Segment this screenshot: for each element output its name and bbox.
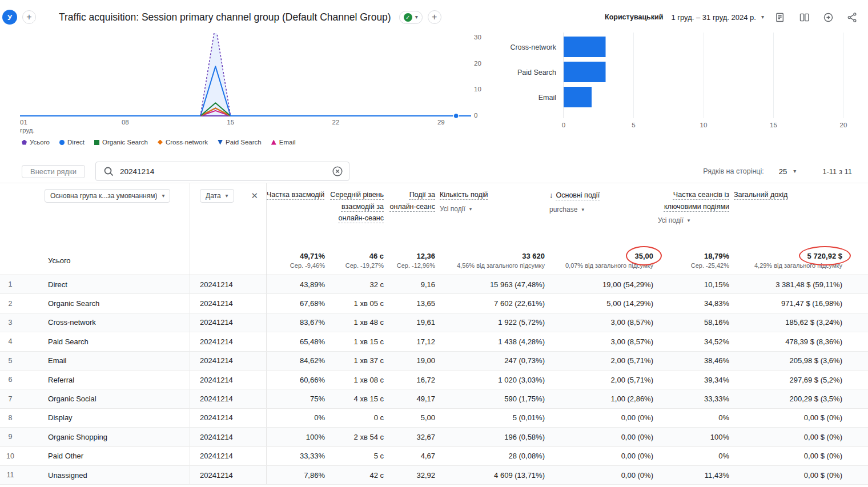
metric-value-cell: 5,00 xyxy=(388,409,440,427)
channel-name-cell: Paid Other xyxy=(21,447,190,465)
table-row[interactable]: 10Paid Other2024121433,33%5 с4,6728 (0,0… xyxy=(0,447,868,466)
search-input[interactable] xyxy=(120,167,332,176)
date-cell: 20241214 xyxy=(190,389,267,408)
svg-text:10: 10 xyxy=(700,122,708,128)
table-row[interactable]: 6Referral2024121460,66%1 хв 08 с16,721 0… xyxy=(0,371,868,389)
metric-value-cell: 5 с xyxy=(329,447,388,465)
metric-value-cell: 971,47 $ (16,98%) xyxy=(734,294,868,312)
charts-section: 0102030 01груд.08152229 УсьогоDirectOrga… xyxy=(0,31,868,163)
primary-dimension-label: Основна група к...за умовчанням) xyxy=(50,192,157,200)
y-tick-label: 30 xyxy=(474,34,481,41)
rows-per-page-select[interactable]: 25 ▾ xyxy=(779,167,797,176)
line-chart-x-axis: 01груд.08152229 xyxy=(20,119,477,138)
legend-item[interactable]: Paid Search xyxy=(218,139,262,146)
column-filter-dropdown[interactable]: Усі події▾ xyxy=(440,205,472,213)
channel-name-cell: Email xyxy=(21,352,190,370)
metric-value-cell: 10,15% xyxy=(658,275,734,293)
search-box[interactable] xyxy=(95,162,349,181)
metric-value-cell: 83,67% xyxy=(267,313,329,332)
secondary-dimension-selector[interactable]: Дата ▾ xyxy=(200,189,234,203)
metric-value-cell: 19,61 xyxy=(388,313,440,332)
metric-value-cell: 33,33% xyxy=(658,389,734,408)
primary-dimension-selector[interactable]: Основна група к...за умовчанням) ▾ xyxy=(45,189,170,203)
table-row[interactable]: 7Organic Social2024121475%4 хв 15 с49,17… xyxy=(0,389,868,408)
table-row[interactable]: 4Paid Search2024121465,48%1 хв 15 с17,12… xyxy=(0,332,868,351)
row-number: 10 xyxy=(0,447,21,465)
data-table: Основна група к...за умовчанням) ▾ Дата … xyxy=(0,183,868,487)
table-row[interactable]: 8Display202412140%0 с5,005 (0,01%)0,00 (… xyxy=(0,409,868,428)
svg-text:Paid Search: Paid Search xyxy=(517,69,556,77)
date-cell: 20241214 xyxy=(190,466,267,484)
date-range-selector[interactable]: 1 груд. – 31 груд. 2024 р. ▾ xyxy=(671,13,764,22)
table-row[interactable]: 1Direct2024121443,89%32 с9,1615 963 (47,… xyxy=(0,275,868,294)
totals-value: 12,36 xyxy=(416,252,435,260)
metric-value-cell: 3 381,48 $ (59,11%) xyxy=(734,275,868,293)
column-header-1[interactable]: Частка взаємодій xyxy=(267,183,329,246)
legend-item[interactable]: Cross-network xyxy=(158,139,208,146)
table-row[interactable]: 11Unassigned202412147,86%42 с32,924 609 … xyxy=(0,466,868,485)
column-header-6[interactable]: Частка сеансів із ключовими подіямиУсі п… xyxy=(658,183,734,246)
bar-chart-wrap: 05101520Cross-networkPaid SearchEmail xyxy=(491,31,868,134)
totals-subvalue: 4,56% від загального підсумку xyxy=(457,262,545,269)
legend-item[interactable]: Direct xyxy=(59,139,85,146)
report-saved-badge[interactable]: ✓ ▾ xyxy=(399,11,423,24)
table-row[interactable]: 5Email2024121484,62%1 хв 37 с19,00247 (0… xyxy=(0,352,868,371)
metric-value-cell: 0,00 $ (0%) xyxy=(734,409,868,427)
table-row[interactable]: 2Organic Search2024121467,68%1 хв 05 с13… xyxy=(0,294,868,313)
clear-search-icon[interactable] xyxy=(332,166,343,177)
table-row[interactable]: 9Organic Shopping20241214100%2 хв 54 с32… xyxy=(0,428,868,446)
chevron-down-icon: ▾ xyxy=(162,193,164,199)
add-comparison-icon[interactable]: + xyxy=(428,10,441,24)
column-header-2[interactable]: Середній рівень взаємодій за онлайн-сеан… xyxy=(329,183,388,246)
y-tick-label: 10 xyxy=(474,86,481,92)
insights-icon[interactable] xyxy=(820,9,836,25)
sort-descending-icon: ↓ xyxy=(549,189,553,201)
metric-value-cell: 34,83% xyxy=(658,294,734,312)
columns-icon[interactable] xyxy=(796,9,812,25)
share-icon[interactable] xyxy=(844,9,860,25)
add-icon[interactable]: + xyxy=(22,10,36,24)
legend-label: Email xyxy=(279,139,296,146)
metric-value-cell: 0% xyxy=(267,409,329,427)
table-row[interactable]: 3Cross-network2024121483,67%1 хв 48 с19,… xyxy=(0,313,868,332)
column-header-7[interactable]: Загальний дохід xyxy=(734,183,868,246)
chevron-down-icon: ▾ xyxy=(415,14,418,20)
svg-text:15: 15 xyxy=(770,122,777,128)
metric-value-cell: 2,00 (5,71%) xyxy=(549,352,658,370)
chart-legend: УсьогоDirectOrganic SearchCross-networkP… xyxy=(22,139,296,146)
column-label: Кількість подій xyxy=(440,191,488,199)
totals-cell: 35,000,07% від загального підсумку xyxy=(549,246,658,275)
legend-label: Усього xyxy=(30,139,50,146)
totals-date-cell xyxy=(190,246,267,275)
user-avatar[interactable]: У xyxy=(2,10,17,25)
top-bar: У + Traffic acquisition: Session primary… xyxy=(0,0,868,34)
totals-cell: 33 6204,56% від загального підсумку xyxy=(440,246,549,275)
totals-value: 46 с xyxy=(369,252,384,260)
legend-item[interactable]: Усього xyxy=(22,139,50,146)
insert-rows-button[interactable]: Внести рядки xyxy=(22,165,85,178)
top-bar-right: Користувацький 1 груд. – 31 груд. 2024 р… xyxy=(605,9,860,25)
metric-value-cell: 42 с xyxy=(329,466,388,484)
totals-value: 33 620 xyxy=(522,252,545,260)
bar-chart: 05101520Cross-networkPaid SearchEmail xyxy=(491,31,867,131)
svg-text:Email: Email xyxy=(539,94,556,102)
legend-label: Organic Search xyxy=(102,139,148,146)
date-cell: 20241214 xyxy=(190,275,267,293)
totals-value: 18,79% xyxy=(704,252,729,260)
legend-item[interactable]: Email xyxy=(271,139,296,146)
notes-icon[interactable] xyxy=(772,9,788,25)
column-filter-dropdown[interactable]: purchase▾ xyxy=(549,206,584,214)
column-header-4[interactable]: Кількість подійУсі події▾ xyxy=(440,183,549,246)
metric-value-cell: 297,69 $ (5,2%) xyxy=(734,371,868,389)
legend-item[interactable]: Organic Search xyxy=(94,139,148,146)
metric-value-cell: 0,00 (0%) xyxy=(549,428,658,446)
metric-value-cell: 34,52% xyxy=(658,332,734,351)
date-cell: 20241214 xyxy=(190,428,267,446)
rows-per-page-value: 25 xyxy=(779,167,787,176)
column-filter-dropdown[interactable]: Усі події▾ xyxy=(658,216,690,224)
pagination-controls: Рядків на сторінці: 25 ▾ 1-11 з 11 xyxy=(703,167,852,176)
column-header-3[interactable]: Події за онлайн-сеанс xyxy=(388,183,440,246)
remove-secondary-dimension-icon[interactable]: ✕ xyxy=(250,190,259,201)
column-header-5[interactable]: ↓Основні подіїpurchase▾ xyxy=(549,183,658,246)
metric-value-cell: 19,00 (54,29%) xyxy=(549,275,658,293)
